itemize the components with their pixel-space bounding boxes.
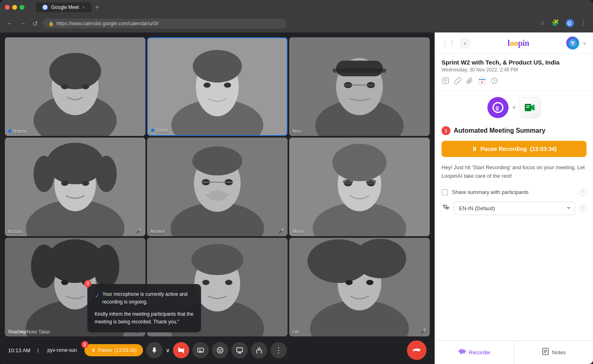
- panel-header: ⋮⋮ ‹ loopin ∨: [435, 32, 593, 54]
- profile-icon[interactable]: G: [564, 17, 576, 30]
- emoji-button[interactable]: [212, 342, 228, 358]
- svg-point-14: [203, 82, 211, 88]
- participant-face-natura: [5, 37, 145, 136]
- participant-face-azzura: [5, 138, 145, 236]
- language-select[interactable]: EN-IN (Default) EN-US EN-GB: [454, 202, 575, 215]
- mic-button[interactable]: [146, 342, 162, 358]
- captions-button[interactable]: [193, 342, 209, 358]
- present-button[interactable]: [232, 342, 248, 358]
- participant-name-lily: Lily: [292, 329, 299, 334]
- mute-badge-ahmed: 🎤: [278, 228, 284, 234]
- more-button[interactable]: ⋮: [271, 342, 287, 358]
- svg-point-77: [219, 349, 220, 350]
- panel-avatar: [566, 37, 579, 50]
- end-call-button[interactable]: [407, 340, 426, 360]
- panel-pause-timer: (13:03:34): [530, 146, 556, 152]
- clock-icon[interactable]: [490, 77, 498, 87]
- footer-recorder-label: Recorder: [469, 349, 490, 355]
- svg-point-39: [208, 190, 227, 201]
- panel-pause-recording-button[interactable]: ⏸ Pause Recording (13:03:34): [442, 141, 587, 157]
- attachment-icon[interactable]: [466, 77, 474, 87]
- bookmark-icon[interactable]: ☆: [538, 17, 547, 30]
- url-text: https://www.calendar.google.com/calendar…: [56, 21, 159, 26]
- svg-point-55: [93, 245, 119, 288]
- svg-point-68: [354, 239, 406, 278]
- video-cell-cecile: Cecile: [147, 37, 288, 136]
- svg-text:G: G: [481, 81, 483, 84]
- divider: |: [37, 348, 39, 353]
- svg-rect-96: [526, 106, 530, 106]
- svg-rect-98: [459, 351, 459, 352]
- meeting-id: pyv-rxme-sun: [43, 347, 81, 353]
- video-button[interactable]: [173, 342, 189, 358]
- footer-tab-recorder[interactable]: Recorder: [435, 341, 514, 364]
- panel-pause-label: Pause Recording: [480, 146, 527, 152]
- video-cell-lily: Lily 🎤: [289, 238, 430, 336]
- panel-footer: Recorder Notes: [435, 340, 593, 364]
- new-tab-button[interactable]: +: [93, 4, 102, 11]
- pause-recording-button[interactable]: ⏸ Pause (13:03:34): [84, 344, 143, 356]
- svg-point-31: [82, 181, 89, 186]
- svg-point-7: [49, 53, 101, 89]
- svg-point-8: [61, 84, 68, 89]
- svg-rect-79: [237, 348, 242, 352]
- share-info-icon[interactable]: ?: [579, 189, 587, 196]
- pause-label: Pause: [98, 347, 112, 353]
- svg-rect-99: [460, 349, 461, 353]
- minimize-window-button[interactable]: [12, 5, 17, 10]
- meeting-datetime: Wednesday, 30 Nov 2022, 2:45 PM: [442, 67, 587, 73]
- back-button[interactable]: ←: [5, 18, 15, 29]
- tooltip-line1: Your microphone is currently active and …: [102, 291, 194, 306]
- menu-icon[interactable]: ⋮: [579, 17, 588, 30]
- svg-text:G: G: [567, 21, 571, 26]
- time-display: 10:13 AM: [8, 347, 32, 353]
- svg-point-29: [96, 156, 117, 192]
- svg-point-15: [224, 82, 231, 88]
- footer-tab-notes[interactable]: Notes: [514, 341, 593, 364]
- mic-chevron[interactable]: ∨: [166, 347, 170, 353]
- refresh-button[interactable]: ↺: [31, 18, 39, 29]
- svg-point-27: [47, 143, 104, 184]
- address-bar[interactable]: 🔒 https://www.calendar.google.com/calend…: [43, 19, 286, 28]
- tab-close-button[interactable]: ×: [82, 5, 85, 10]
- participant-face-cecile: [148, 38, 287, 135]
- translate-icon: [442, 203, 450, 213]
- active-tab[interactable]: G Google Meet ×: [36, 2, 91, 12]
- checklist-icon[interactable]: [442, 77, 450, 87]
- language-info-icon[interactable]: ?: [579, 205, 587, 212]
- close-window-button[interactable]: [5, 5, 10, 10]
- extensions-icon[interactable]: 🧩: [550, 17, 561, 30]
- participant-face-ahmed: [147, 138, 288, 236]
- svg-point-54: [31, 245, 57, 288]
- more-icon: ⋮: [275, 346, 282, 355]
- meeting-note-label: Meeting Note Taker: [8, 329, 50, 335]
- google-calendar-icon[interactable]: G: [478, 77, 486, 87]
- share-checkbox[interactable]: [442, 189, 448, 196]
- panel-chevron[interactable]: ∨: [582, 40, 587, 46]
- participant-face-nico: [289, 37, 430, 136]
- meeting-info: Sprint W2 with Tech, & Product US, India…: [435, 54, 593, 90]
- participant-face-marry: [289, 138, 430, 236]
- panel-dots: ⋮⋮: [442, 39, 456, 47]
- share-row: Share summary with participants ?: [442, 189, 587, 196]
- pause-icon: ⏸: [91, 347, 96, 353]
- participant-name-cecile: Cecile: [151, 128, 169, 133]
- video-cell-azzura: Azzura 🎤: [5, 138, 145, 236]
- plus-icon: +: [512, 103, 516, 112]
- tab-bar: G Google Meet × +: [36, 2, 102, 12]
- participant-name-azzura: Azzura: [8, 229, 22, 234]
- link-icon[interactable]: [454, 77, 462, 87]
- video-grid: Natura: [0, 32, 435, 336]
- panel-back-button[interactable]: ‹: [459, 37, 471, 49]
- video-cell-ahmed: Ahmed 🎤: [147, 138, 288, 236]
- tooltip-badge: 3: [84, 280, 91, 287]
- content-area: Natura: [0, 32, 593, 364]
- mute-badge-azzura: 🎤: [136, 228, 142, 234]
- maximize-window-button[interactable]: [19, 5, 24, 10]
- forward-button[interactable]: →: [18, 18, 28, 29]
- raise-hand-button[interactable]: [251, 342, 267, 358]
- svg-point-43: [332, 144, 386, 181]
- active-speaker-dot: [8, 129, 11, 133]
- svg-point-69: [345, 280, 353, 285]
- svg-point-61: [191, 244, 243, 275]
